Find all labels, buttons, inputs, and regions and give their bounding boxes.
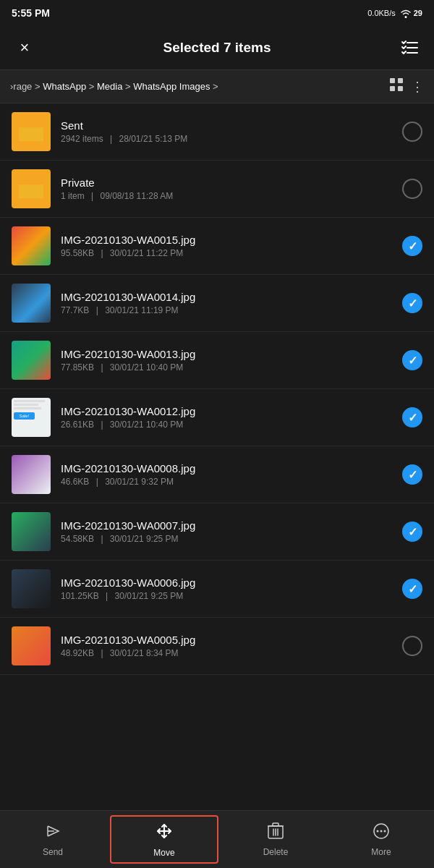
file-info: IMG-20210130-WA0008.jpg 46.6KB | 30/01/2…	[61, 462, 392, 487]
send-label: Send	[43, 847, 63, 857]
move-icon	[155, 822, 174, 845]
delete-svg	[268, 822, 284, 840]
status-right: 0.0KB/s 29	[367, 8, 422, 18]
file-checkbox[interactable]	[402, 464, 422, 485]
select-all-button[interactable]	[396, 35, 422, 61]
more-options-button[interactable]: ⋮	[411, 79, 424, 95]
file-checkbox[interactable]	[402, 407, 422, 427]
svg-rect-3	[390, 78, 395, 83]
file-thumbnail	[12, 569, 51, 608]
file-info: IMG-20210130-WA0006.jpg 101.25KB | 30/01…	[61, 576, 392, 601]
file-info: IMG-20210130-WA0005.jpg 48.92KB | 30/01/…	[61, 634, 392, 658]
svg-rect-5	[390, 86, 395, 91]
signal-icons: 29	[400, 8, 422, 18]
folder-icon	[12, 169, 51, 208]
file-checkbox[interactable]	[402, 579, 422, 599]
file-meta: 26.61KB | 30/01/21 10:40 PM	[61, 420, 392, 430]
file-info: IMG-20210130-WA0015.jpg 95.58KB | 30/01/…	[61, 234, 392, 258]
file-meta: 77.85KB | 30/01/21 10:40 PM	[61, 362, 392, 373]
breadcrumb-actions: ⋮	[389, 77, 424, 95]
grid-view-button[interactable]	[389, 77, 404, 95]
breadcrumb: ›rage > WhatsApp > Media > WhatsApp Imag…	[10, 81, 382, 92]
move-svg	[155, 822, 174, 841]
top-bar: × Selected 7 items	[0, 26, 434, 70]
file-info: Sent 2942 items | 28/01/21 5:13 PM	[61, 119, 392, 144]
delete-button[interactable]: Delete	[223, 811, 328, 868]
more-label: More	[371, 847, 391, 857]
svg-point-20	[377, 830, 379, 832]
battery-icon: 29	[414, 9, 422, 17]
select-all-icon	[400, 40, 419, 56]
file-thumbnail	[12, 626, 51, 665]
file-name: Sent	[61, 119, 392, 132]
more-icon	[373, 822, 390, 844]
file-thumbnail	[12, 226, 51, 265]
file-name: IMG-20210130-WA0012.jpg	[61, 405, 392, 417]
more-button[interactable]: More	[328, 811, 434, 868]
send-svg	[44, 822, 61, 840]
list-item[interactable]: Sale! IMG-20210130-WA0012.jpg 26.61KB | …	[0, 389, 434, 446]
more-svg	[373, 822, 390, 840]
network-speed: 0.0KB/s	[367, 9, 396, 17]
file-meta: 77.7KB | 30/01/21 11:19 PM	[61, 305, 392, 315]
list-item[interactable]: Sent 2942 items | 28/01/21 5:13 PM	[0, 103, 434, 161]
list-item[interactable]: IMG-20210130-WA0007.jpg 54.58KB | 30/01/…	[0, 503, 434, 561]
file-checkbox[interactable]	[402, 122, 422, 142]
file-name: Private	[61, 176, 392, 189]
file-info: IMG-20210130-WA0007.jpg 54.58KB | 30/01/…	[61, 519, 392, 544]
file-thumbnail	[12, 341, 51, 380]
file-name: IMG-20210130-WA0005.jpg	[61, 634, 392, 646]
bottom-bar: Send Move	[0, 810, 434, 868]
file-meta: 46.6KB | 30/01/21 9:32 PM	[61, 477, 392, 487]
list-item[interactable]: IMG-20210130-WA0015.jpg 95.58KB | 30/01/…	[0, 218, 434, 275]
delete-label: Delete	[263, 847, 289, 857]
send-icon	[44, 822, 61, 844]
list-item[interactable]: IMG-20210130-WA0005.jpg 48.92KB | 30/01/…	[0, 618, 434, 675]
list-item[interactable]: IMG-20210130-WA0013.jpg 77.85KB | 30/01/…	[0, 332, 434, 389]
file-checkbox[interactable]	[402, 236, 422, 256]
move-label: Move	[153, 848, 174, 858]
file-info: IMG-20210130-WA0014.jpg 77.7KB | 30/01/2…	[61, 291, 392, 315]
file-info: IMG-20210130-WA0012.jpg 26.61KB | 30/01/…	[61, 405, 392, 430]
status-time: 5:55 PM	[12, 7, 50, 19]
send-button[interactable]: Send	[0, 811, 106, 868]
delete-icon	[268, 822, 284, 844]
file-name: IMG-20210130-WA0013.jpg	[61, 348, 392, 360]
status-bar: 5:55 PM 0.0KB/s 29	[0, 0, 434, 26]
file-name: IMG-20210130-WA0007.jpg	[61, 519, 392, 532]
file-meta: 95.58KB | 30/01/21 11:22 PM	[61, 248, 392, 258]
folder-shape	[17, 118, 45, 145]
svg-point-22	[384, 830, 386, 832]
file-thumbnail	[12, 284, 51, 323]
list-item[interactable]: IMG-20210130-WA0006.jpg 101.25KB | 30/01…	[0, 561, 434, 618]
svg-rect-15	[273, 823, 278, 826]
close-button[interactable]: ×	[12, 35, 38, 61]
grid-icon	[389, 77, 404, 92]
file-name: IMG-20210130-WA0006.jpg	[61, 576, 392, 589]
file-checkbox[interactable]	[402, 179, 422, 199]
file-meta: 2942 items | 28/01/21 5:13 PM	[61, 134, 392, 144]
file-info: IMG-20210130-WA0013.jpg 77.85KB | 30/01/…	[61, 348, 392, 373]
file-meta: 1 item | 09/08/18 11:28 AM	[61, 191, 392, 201]
list-item[interactable]: Private 1 item | 09/08/18 11:28 AM	[0, 161, 434, 218]
wifi-icon	[400, 8, 412, 18]
move-button[interactable]: Move	[110, 815, 218, 864]
list-item[interactable]: IMG-20210130-WA0014.jpg 77.7KB | 30/01/2…	[0, 275, 434, 332]
file-checkbox[interactable]	[402, 350, 422, 370]
file-name: IMG-20210130-WA0008.jpg	[61, 462, 392, 475]
file-meta: 101.25KB | 30/01/21 9:25 PM	[61, 591, 392, 601]
file-checkbox[interactable]	[402, 293, 422, 313]
file-name: IMG-20210130-WA0015.jpg	[61, 234, 392, 246]
file-meta: 54.58KB | 30/01/21 9:25 PM	[61, 534, 392, 544]
file-name: IMG-20210130-WA0014.jpg	[61, 291, 392, 303]
breadcrumb-bar: ›rage > WhatsApp > Media > WhatsApp Imag…	[0, 70, 434, 103]
list-item[interactable]: IMG-20210130-WA0008.jpg 46.6KB | 30/01/2…	[0, 446, 434, 503]
folder-shape	[17, 175, 45, 203]
file-thumbnail	[12, 455, 51, 494]
file-info: Private 1 item | 09/08/18 11:28 AM	[61, 176, 392, 201]
file-checkbox[interactable]	[402, 522, 422, 542]
svg-rect-4	[398, 78, 403, 83]
svg-rect-6	[398, 86, 403, 91]
file-thumbnail	[12, 512, 51, 551]
file-checkbox[interactable]	[402, 636, 422, 656]
